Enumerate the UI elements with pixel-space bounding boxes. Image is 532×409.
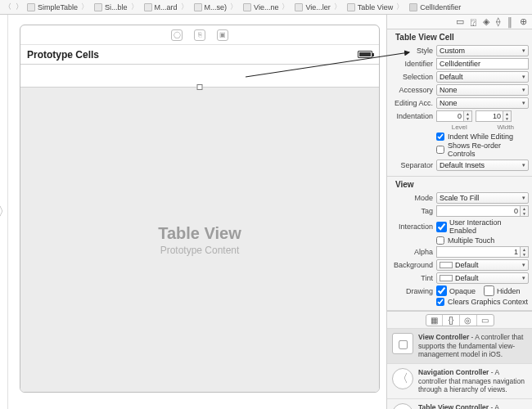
library-item-table-view-controller[interactable]: ≣ Table View Controller - A controller t… [387,398,532,409]
tab-help-icon[interactable]: ⍰ [471,17,476,27]
lib-list-icon: ▭ [476,315,494,326]
separator-select[interactable]: Default Insets▾ [436,160,529,171]
lib-braces-icon: {} [442,315,459,326]
scene-button-3[interactable]: ▣ [217,29,228,41]
selection-select[interactable]: Default▾ [436,71,529,83]
alpha-stepper[interactable]: 1▲▼ [436,246,529,258]
indent-width-stepper[interactable]: 10▲▼ [476,110,512,122]
lib-circle-icon: ◎ [459,315,476,326]
history-forward[interactable]: 〉 [13,2,25,12]
style-select[interactable]: Custom▾ [436,45,529,56]
hidden-check[interactable]: Hidden [484,285,521,296]
view-controller-icon: ▢ [392,333,413,354]
indent-while-editing-check[interactable]: Indent While Editing [390,133,529,141]
multiple-touch-check[interactable]: Multiple Touch [390,236,529,245]
accessory-select[interactable]: None▾ [436,84,529,96]
section-title-cell: Table View Cell [390,29,529,43]
tint-select[interactable]: Default▾ [436,272,529,284]
crumb-4[interactable]: Vie...ne〉 [241,2,292,12]
tab-size-icon[interactable]: ║ [507,17,513,27]
crumb-1[interactable]: Si...ble〉 [92,2,142,12]
resize-handle[interactable] [197,84,203,90]
library-item-navigation-controller[interactable]: 〈 Navigation Controller - A controller t… [387,363,532,398]
crumb-0[interactable]: SimpleTable〉 [25,2,92,12]
background-select[interactable]: Default▾ [436,259,529,271]
table-view-placeholder[interactable]: Table View Prototype Content [20,88,379,392]
crumb-6[interactable]: Table View〉 [345,2,407,12]
user-interaction-check[interactable]: User Interaction Enabled [436,218,529,235]
scene-toolbar: ◯ ⎘ ▣ [20,25,379,45]
opaque-check[interactable]: Opaque [436,285,476,296]
indent-level-stepper[interactable]: 0▲▼ [436,110,472,122]
crumb-5[interactable]: Vie...ler〉 [292,2,344,12]
tab-identity-icon[interactable]: ◈ [483,16,489,27]
inspector-tabs: ▭ ⍰ ◈ ⟠ ║ ⊕ [387,15,532,29]
tag-stepper[interactable]: 0▲▼ [436,205,529,217]
table-view-controller-icon: ≣ [392,403,413,409]
mode-select[interactable]: Scale To Fill▾ [436,192,529,204]
scene-button-1[interactable]: ◯ [171,29,183,41]
prototype-cell[interactable] [20,65,379,88]
shows-reorder-check[interactable]: Shows Re-order Controls [390,142,529,158]
history-back[interactable]: 〈 [2,2,13,12]
tab-file-icon[interactable]: ▭ [456,16,464,27]
section-title-view: View [390,177,529,191]
library-view-segment[interactable]: ▦{}◎▭ [426,314,494,326]
tab-connections-icon[interactable]: ⊕ [520,16,527,27]
battery-icon [358,51,372,58]
canvas[interactable]: ◯ ⎘ ▣ Prototype Cells Table View Prototy… [8,15,386,409]
crumb-7[interactable]: CellIdentifier [407,3,463,11]
clears-graphics-check[interactable]: Clears Graphics Context [390,298,529,306]
left-gutter-chevron-icon[interactable]: 〉 [0,15,8,409]
crumb-2[interactable]: M...ard〉 [142,2,192,12]
lib-grid-icon: ▦ [426,315,443,326]
navigation-controller-icon: 〈 [392,368,413,389]
device-frame: ◯ ⎘ ▣ Prototype Cells Table View Prototy… [20,25,380,393]
crumb-3[interactable]: M...se)〉 [192,2,241,12]
library-item-view-controller[interactable]: ▢ View Controller - A controller that su… [387,328,532,363]
editing-acc-select[interactable]: None▾ [436,97,529,109]
scene-button-2[interactable]: ⎘ [194,29,205,41]
identifier-field[interactable]: CellIdentifier [436,58,529,70]
jump-bar: 〈 〉 SimpleTable〉 Si...ble〉 M...ard〉 M...… [0,0,532,15]
prototype-header: Prototype Cells [27,49,99,61]
tab-attributes-icon[interactable]: ⟠ [496,16,500,27]
